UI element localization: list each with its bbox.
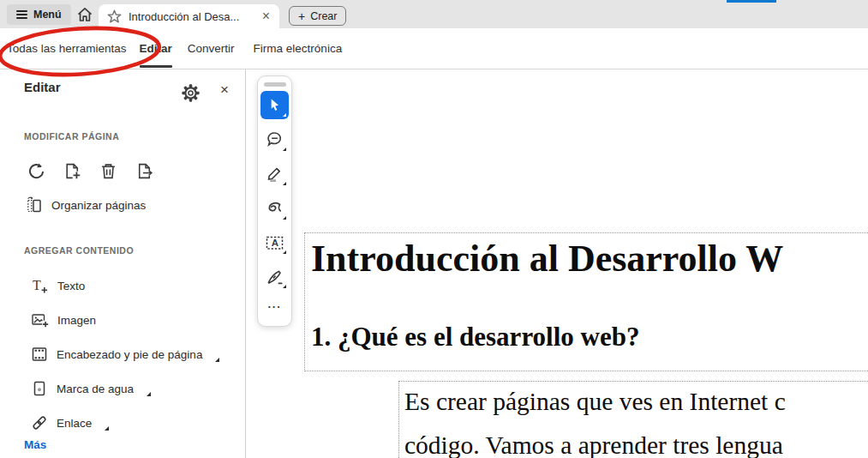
sidebar-item-label: Enlace [57, 417, 92, 430]
panel-close-icon[interactable]: × [216, 81, 233, 99]
gear-icon-glyph [182, 84, 200, 102]
tab-close-icon[interactable]: × [261, 9, 271, 23]
sidebar-item-label: Organizar páginas [51, 199, 146, 212]
ribbon-item-todas-las-herramientas[interactable]: Todas las herramientas [7, 28, 127, 69]
draw-tool-button[interactable] [260, 194, 289, 222]
text-box-icon: A [265, 234, 284, 251]
quick-tools-toolbar: A ··· [257, 75, 292, 327]
active-tab-underline [140, 65, 172, 68]
section-label-agregar-contenido: AGREGAR CONTENIDO [24, 245, 134, 256]
sidebar-item-texto[interactable]: T Texto [31, 277, 85, 294]
sidebar-item-enlace[interactable]: Enlace [31, 414, 109, 431]
more-tools-button[interactable]: ··· [263, 299, 287, 314]
highlight-tool-button[interactable] [260, 160, 289, 188]
sidebar-item-encabezado-y-pie[interactable]: Encabezado y pie de página [31, 346, 219, 363]
extract-pages-icon[interactable] [129, 157, 165, 184]
doc-title[interactable]: Introducción al Desarrollo W [311, 237, 783, 280]
ribbon-item-convertir[interactable]: Convertir [188, 28, 235, 69]
ribbon-label: Convertir [188, 42, 235, 55]
organize-pages-icon [26, 196, 43, 214]
sidebar-item-organizar-paginas[interactable]: Organizar páginas [26, 196, 146, 214]
add-text-tool-icon: T [31, 277, 49, 294]
signature-pen-icon [266, 268, 284, 286]
select-tool-button[interactable] [260, 91, 289, 119]
ribbon-item-firma-electronica[interactable]: Firma electrónica [254, 28, 343, 69]
more-link[interactable]: Más [24, 438, 46, 451]
plus-icon: + [298, 10, 305, 22]
hamburger-icon [16, 10, 27, 20]
link-icon [31, 414, 48, 431]
submenu-caret-icon [215, 358, 219, 362]
doc-heading[interactable]: 1. ¿Qué es el desarrollo web? [311, 322, 639, 353]
editable-text-frame-paragraph[interactable]: Es crear páginas que ves en Internet c c… [398, 381, 868, 458]
menu-button[interactable]: Menú [7, 4, 71, 25]
rotate-pages-icon[interactable] [21, 157, 57, 184]
cursor-icon [266, 97, 283, 113]
draw-squiggle-icon [266, 199, 284, 217]
sidebar-item-marca-de-agua[interactable]: Marca de agua [31, 380, 151, 397]
a-glyph: A [272, 238, 278, 248]
add-text-box-tool-button[interactable]: A [260, 228, 289, 256]
background-window-edge [727, 0, 776, 3]
page-tools-row [21, 157, 165, 184]
home-icon-glyph [76, 6, 93, 23]
tool-corner-caret [283, 113, 286, 117]
tool-corner-caret [283, 182, 286, 185]
header-footer-icon [31, 346, 48, 363]
tool-corner-caret [283, 250, 286, 254]
submenu-caret-icon [147, 392, 151, 396]
pencil-icon [266, 165, 284, 183]
tool-corner-caret [283, 216, 286, 220]
edit-panel: Editar × [0, 69, 246, 458]
sidebar-item-label: Texto [57, 280, 85, 292]
create-button[interactable]: + Crear [289, 6, 346, 26]
ribbon-label: Firma electrónica [254, 42, 343, 55]
comment-icon [266, 130, 284, 148]
toolbar-drag-handle[interactable] [264, 82, 286, 87]
tool-corner-caret [283, 148, 286, 151]
ribbon-item-editar[interactable]: Editar [140, 28, 172, 69]
create-label: Crear [310, 10, 337, 22]
acrobat-window: Menú Introducción al Desa... × + Crear T… [0, 0, 868, 458]
ribbon-label: Todas las herramientas [7, 42, 127, 55]
comment-tool-button[interactable] [260, 125, 289, 154]
add-image-icon [31, 311, 49, 328]
home-icon[interactable] [76, 6, 93, 23]
menu-label: Menú [33, 9, 62, 21]
paragraph-line: código. Vamos a aprender tres lengua [404, 424, 786, 458]
doc-paragraph[interactable]: Es crear páginas que ves en Internet c c… [404, 380, 786, 458]
star-icon[interactable] [107, 9, 122, 24]
insert-pages-icon[interactable] [57, 157, 93, 184]
sidebar-item-imagen[interactable]: Imagen [31, 311, 96, 328]
sidebar-item-label: Imagen [57, 314, 96, 327]
document-tab[interactable]: Introducción al Desa... × [99, 4, 279, 28]
tools-ribbon: Todas las herramientas Editar Convertir … [0, 28, 868, 69]
submenu-caret-icon [105, 426, 109, 431]
text-glyph: T [33, 278, 41, 292]
editable-text-frame-title[interactable]: Introducción al Desarrollo W 1. ¿Qué es … [304, 232, 868, 371]
tab-title: Introducción al Desa... [129, 10, 239, 23]
paragraph-line: Es crear páginas que ves en Internet c [404, 380, 786, 424]
sidebar-item-label: Encabezado y pie de página [57, 348, 202, 361]
ribbon-label: Editar [140, 42, 172, 55]
watermark-icon [31, 380, 48, 397]
gear-icon[interactable] [182, 84, 200, 102]
fill-sign-tool-button[interactable] [260, 262, 289, 291]
sidebar-item-label: Marca de agua [57, 383, 134, 395]
delete-pages-icon[interactable] [93, 157, 129, 184]
section-label-modificar-pagina: MODIFICAR PÁGINA [24, 131, 119, 142]
top-bar: Menú Introducción al Desa... × + Crear [0, 0, 868, 28]
main-area: Editar × [0, 69, 868, 458]
tool-corner-caret [283, 285, 286, 288]
panel-title: Editar [24, 80, 61, 94]
document-canvas[interactable]: Introducción al Desarrollo W 1. ¿Qué es … [247, 69, 868, 458]
